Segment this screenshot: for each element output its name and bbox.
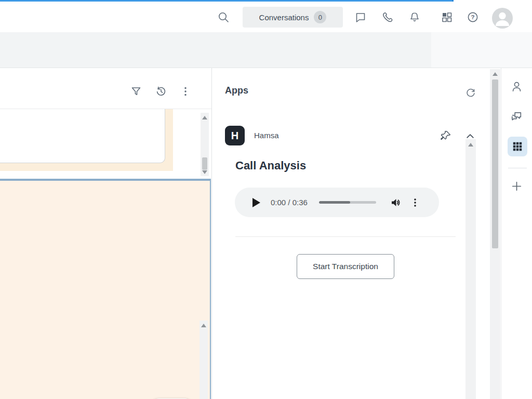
more-options-icon[interactable]	[179, 85, 192, 98]
user-avatar[interactable]	[492, 8, 513, 29]
hamsa-app-name: Hamsa	[254, 131, 279, 140]
timeline-toolbar	[0, 68, 211, 109]
scroll-up-arrow[interactable]	[201, 324, 206, 327]
apps-grid-icon[interactable]	[441, 11, 453, 23]
player-progress-fill	[319, 201, 351, 204]
scroll-thumb[interactable]	[492, 79, 498, 248]
play-button[interactable]	[252, 198, 260, 207]
sidebar-divider	[508, 168, 527, 168]
add-icon[interactable]	[510, 180, 523, 193]
apps-panel-scrollbar[interactable]	[490, 69, 500, 399]
help-icon[interactable]: ?	[467, 11, 479, 23]
svg-text:?: ?	[471, 14, 474, 20]
note-card[interactable]	[0, 109, 165, 163]
record-detail-panel	[0, 68, 212, 399]
hamsa-app-logo: H	[225, 126, 245, 145]
conversations-label: Conversations	[259, 13, 309, 22]
player-progress-track[interactable]	[319, 201, 376, 204]
conversations-count-badge: 0	[314, 11, 326, 23]
pin-icon[interactable]	[440, 129, 452, 142]
note-card-border	[0, 109, 173, 171]
app-window: Conversations 0 ?	[0, 0, 532, 399]
search-icon[interactable]	[217, 11, 230, 23]
player-menu-icon[interactable]	[410, 196, 420, 209]
scroll-up-arrow[interactable]	[493, 72, 498, 76]
hamsa-content-scrollbar[interactable]	[466, 139, 476, 399]
start-transcription-button[interactable]: Start Transcription	[297, 254, 394, 279]
person-icon[interactable]	[510, 80, 523, 93]
scroll-up-arrow[interactable]	[202, 116, 207, 119]
focused-editor-area[interactable]	[0, 179, 211, 399]
card-scrollbar[interactable]	[201, 113, 209, 176]
phone-icon[interactable]	[381, 11, 394, 23]
section-divider	[235, 236, 456, 237]
volume-icon[interactable]	[390, 196, 402, 209]
scroll-thumb[interactable]	[202, 157, 207, 170]
call-analysis-heading: Call Analysis	[235, 159, 306, 172]
top-navigation-bar: Conversations 0 ?	[0, 2, 532, 32]
apps-panel: Apps H Hamsa Call Analysis 0:00 / 0:36	[212, 68, 501, 399]
comment-icon[interactable]	[354, 11, 367, 23]
secondary-header-band	[0, 32, 532, 68]
filter-icon[interactable]	[130, 85, 142, 98]
scroll-up-arrow[interactable]	[468, 143, 473, 147]
history-icon[interactable]	[155, 85, 167, 98]
refresh-icon[interactable]	[465, 87, 476, 98]
apps-tab-active[interactable]	[508, 137, 527, 156]
record-header-area	[0, 32, 431, 68]
conversations-button[interactable]: Conversations 0	[243, 7, 343, 28]
apps-panel-title: Apps	[225, 85, 248, 96]
related-panel-sidebar	[501, 68, 532, 399]
scroll-down-arrow[interactable]	[202, 170, 207, 174]
player-time-display: 0:00 / 0:36	[271, 198, 308, 207]
audio-player: 0:00 / 0:36	[235, 188, 439, 217]
editor-scrollbar[interactable]	[200, 321, 208, 399]
apps-grid-3x3-icon	[512, 141, 523, 152]
chats-icon[interactable]	[510, 110, 523, 123]
bell-icon[interactable]	[408, 11, 421, 23]
